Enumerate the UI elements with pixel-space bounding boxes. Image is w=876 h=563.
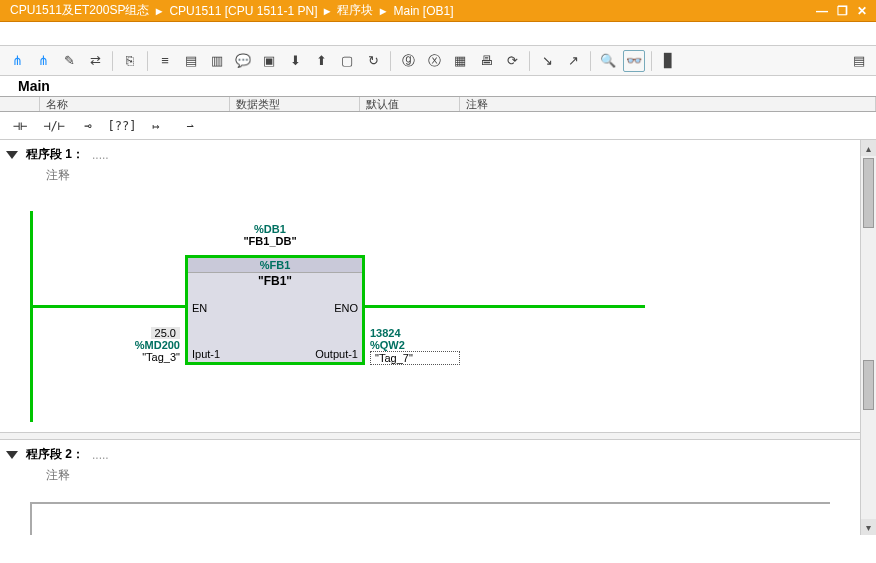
- fb-symbol: %FB1: [188, 258, 362, 273]
- separator: [147, 51, 148, 71]
- op-contact-no[interactable]: ⊣⊢: [6, 115, 34, 137]
- network-title: 程序段 2：: [26, 446, 84, 463]
- filter-icon[interactable]: ▦: [449, 50, 471, 72]
- bookmark-icon[interactable]: ▣: [258, 50, 280, 72]
- col-datatype[interactable]: 数据类型: [230, 97, 360, 111]
- panel-icon[interactable]: ▤: [848, 50, 870, 72]
- network-editor: 程序段 1： ..... 注释 %DB1 "FB1_DB" %FB1 "FB1"…: [0, 140, 876, 535]
- wire: [32, 502, 830, 504]
- tool-icon[interactable]: ⎘: [119, 50, 141, 72]
- glasses-icon[interactable]: 👓: [623, 50, 645, 72]
- title-bar: CPU1511及ET200SP组态 ▸ CPU1511 [CPU 1511-1 …: [0, 0, 876, 22]
- op-coil[interactable]: ⊸: [74, 115, 102, 137]
- input-symbol: %MD200: [100, 339, 180, 351]
- collapse-arrow-icon[interactable]: [6, 451, 18, 459]
- db-label[interactable]: %DB1 "FB1_DB": [210, 223, 330, 247]
- interface-column-header: 名称 数据类型 默认值 注释: [0, 96, 876, 112]
- col-blank: [0, 97, 40, 111]
- breadcrumb-sep-icon: ▸: [321, 4, 333, 18]
- wire: [365, 305, 645, 308]
- col-default[interactable]: 默认值: [360, 97, 460, 111]
- upload-icon[interactable]: ⬆: [310, 50, 332, 72]
- input-operand[interactable]: 25.0 %MD200 "Tag_3": [100, 327, 180, 363]
- power-rail: [30, 502, 32, 535]
- col-name[interactable]: 名称: [40, 97, 230, 111]
- ladder-palette: ⊣⊢ ⊣/⊢ ⊸ [??] ↦ ⇀: [0, 112, 876, 140]
- compile-icon[interactable]: ▊: [658, 50, 680, 72]
- list-icon[interactable]: ≡: [154, 50, 176, 72]
- scroll-thumb[interactable]: [863, 158, 874, 228]
- op-branch-open[interactable]: ↦: [142, 115, 170, 137]
- output-operand[interactable]: 13824 %QW2 "Tag_7": [370, 327, 480, 365]
- new-network-icon[interactable]: ⋔: [6, 50, 28, 72]
- network-header[interactable]: 程序段 2： .....: [0, 444, 860, 465]
- separator: [529, 51, 530, 71]
- power-rail: [30, 211, 33, 422]
- card-icon[interactable]: ▥: [206, 50, 228, 72]
- col-comment[interactable]: 注释: [460, 97, 876, 111]
- goto-icon[interactable]: ⓖ: [397, 50, 419, 72]
- tool-icon[interactable]: ✎: [58, 50, 80, 72]
- separator: [651, 51, 652, 71]
- collapse-arrow-icon[interactable]: [6, 151, 18, 159]
- separator: [112, 51, 113, 71]
- op-box[interactable]: [??]: [108, 115, 136, 137]
- wire: [32, 305, 185, 308]
- cancel-icon[interactable]: ⓧ: [423, 50, 445, 72]
- network-title: 程序段 1：: [26, 146, 84, 163]
- output-name[interactable]: "Tag_7": [370, 351, 460, 365]
- tag-icon[interactable]: ↗: [562, 50, 584, 72]
- network-1-diagram[interactable]: %DB1 "FB1_DB" %FB1 "FB1" EN ENO Iput-1 O…: [30, 192, 830, 422]
- scroll-up-icon[interactable]: ▴: [861, 140, 876, 156]
- restore-button[interactable]: ❐: [834, 3, 850, 19]
- input-value: 25.0: [151, 327, 180, 339]
- breadcrumb[interactable]: Main [OB1]: [389, 4, 457, 18]
- tool-icon[interactable]: ⇄: [84, 50, 106, 72]
- scroll-thumb[interactable]: [863, 360, 874, 410]
- minimize-button[interactable]: —: [814, 3, 830, 19]
- output-value: 13824: [370, 327, 480, 339]
- op-contact-nc[interactable]: ⊣/⊢: [40, 115, 68, 137]
- new-network-alt-icon[interactable]: ⋔: [32, 50, 54, 72]
- loop-icon[interactable]: ↻: [362, 50, 384, 72]
- comment-icon[interactable]: 💬: [232, 50, 254, 72]
- breadcrumb-sep-icon: ▸: [377, 4, 389, 18]
- fb-name: "FB1": [188, 273, 362, 289]
- input-name: "Tag_3": [100, 351, 180, 363]
- output-symbol: %QW2: [370, 339, 480, 351]
- separator: [390, 51, 391, 71]
- db-name: "FB1_DB": [210, 235, 330, 247]
- search-icon[interactable]: 🔍: [597, 50, 619, 72]
- breadcrumb[interactable]: CPU1511及ET200SP组态: [6, 2, 153, 19]
- sub-separator: [0, 22, 876, 46]
- network-dots: .....: [92, 448, 109, 462]
- network-separator[interactable]: [0, 432, 860, 440]
- op-branch-close[interactable]: ⇀: [176, 115, 204, 137]
- breadcrumb-sep-icon: ▸: [153, 4, 165, 18]
- scroll-down-icon[interactable]: ▾: [861, 519, 876, 535]
- fb-block[interactable]: %FB1 "FB1" EN ENO Iput-1 Output-1: [185, 255, 365, 365]
- network-comment[interactable]: 注释: [0, 165, 860, 186]
- main-toolbar: ⋔ ⋔ ✎ ⇄ ⎘ ≡ ▤ ▥ 💬 ▣ ⬇ ⬆ ▢ ↻ ⓖ ⓧ ▦ 🖶 ⟳ ↘ …: [0, 46, 876, 76]
- tag-icon[interactable]: ↘: [536, 50, 558, 72]
- port-input-1[interactable]: Iput-1: [192, 348, 220, 360]
- network-comment[interactable]: 注释: [0, 465, 860, 486]
- network-header[interactable]: 程序段 1： .....: [0, 144, 860, 165]
- port-output-1[interactable]: Output-1: [315, 348, 358, 360]
- monitor-icon[interactable]: ▢: [336, 50, 358, 72]
- sync-icon[interactable]: ⟳: [501, 50, 523, 72]
- network-dots: .....: [92, 148, 109, 162]
- card-icon[interactable]: ▤: [180, 50, 202, 72]
- download-icon[interactable]: ⬇: [284, 50, 306, 72]
- vertical-scrollbar[interactable]: ▴ ▾: [860, 140, 876, 535]
- block-name-label: Main: [0, 76, 876, 96]
- separator: [590, 51, 591, 71]
- db-symbol: %DB1: [210, 223, 330, 235]
- network-2-diagram[interactable]: [30, 492, 830, 535]
- port-eno: ENO: [334, 302, 358, 314]
- breadcrumb[interactable]: 程序块: [333, 2, 377, 19]
- breadcrumb[interactable]: CPU1511 [CPU 1511-1 PN]: [165, 4, 321, 18]
- close-button[interactable]: ✕: [854, 3, 870, 19]
- port-en: EN: [192, 302, 207, 314]
- print-icon[interactable]: 🖶: [475, 50, 497, 72]
